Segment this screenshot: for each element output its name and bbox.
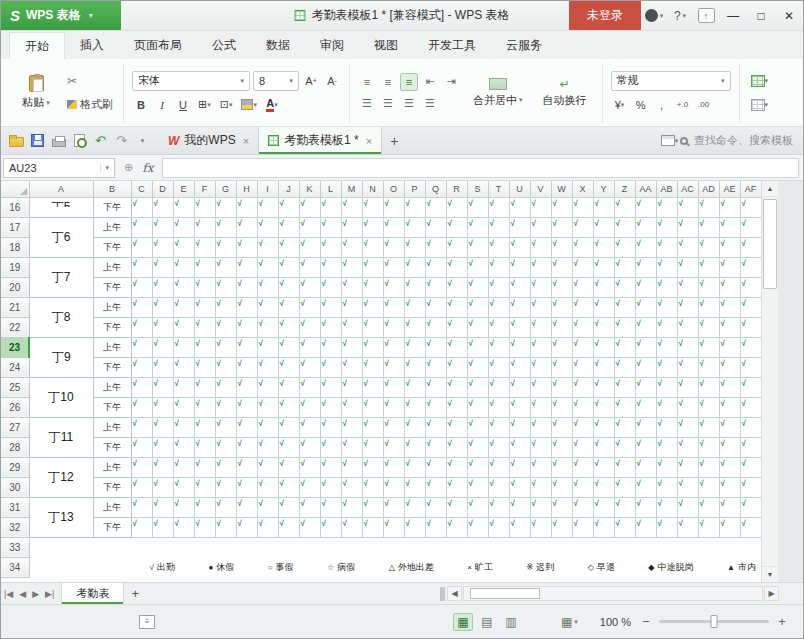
- mark-cell[interactable]: √: [740, 297, 761, 317]
- mark-cell[interactable]: √: [215, 277, 236, 297]
- mark-cell[interactable]: √: [404, 437, 425, 457]
- mark-cell[interactable]: √: [236, 217, 257, 237]
- mark-cell[interactable]: √: [278, 337, 299, 357]
- mark-cell[interactable]: √: [551, 417, 572, 437]
- mark-cell[interactable]: √: [614, 457, 635, 477]
- legend-cell[interactable]: √出勤●休假○事假☆病假△外地出差×旷工※迟到◇早退◆中途脱岗▲市内: [29, 557, 761, 577]
- mark-cell[interactable]: √: [341, 257, 362, 277]
- mark-cell[interactable]: √: [719, 317, 740, 337]
- align-middle-button[interactable]: ≡: [379, 73, 397, 91]
- increase-decimal-button[interactable]: +.0: [674, 95, 692, 115]
- mark-cell[interactable]: √: [341, 397, 362, 417]
- row-header-33[interactable]: 33: [1, 537, 29, 557]
- mark-cell[interactable]: √: [383, 457, 404, 477]
- mark-cell[interactable]: √: [635, 337, 656, 357]
- mark-cell[interactable]: √: [572, 377, 593, 397]
- mark-cell[interactable]: √: [593, 417, 614, 437]
- mark-cell[interactable]: √: [404, 277, 425, 297]
- zoom-in-button[interactable]: +: [775, 614, 789, 629]
- formula-input[interactable]: [162, 158, 799, 178]
- mark-cell[interactable]: √: [320, 497, 341, 517]
- mark-cell[interactable]: √: [740, 357, 761, 377]
- mark-cell[interactable]: √: [383, 257, 404, 277]
- mark-cell[interactable]: √: [572, 457, 593, 477]
- ribbon-tab-公式[interactable]: 公式: [197, 32, 251, 59]
- mark-cell[interactable]: √: [299, 297, 320, 317]
- mark-cell[interactable]: √: [677, 397, 698, 417]
- mark-cell[interactable]: √: [278, 417, 299, 437]
- mark-cell[interactable]: √: [614, 437, 635, 457]
- column-header-E[interactable]: E: [173, 181, 194, 197]
- print-button[interactable]: [48, 130, 69, 152]
- mark-cell[interactable]: √: [215, 397, 236, 417]
- v-scroll-thumb[interactable]: [763, 199, 777, 289]
- mark-cell[interactable]: √: [362, 377, 383, 397]
- align-right-button[interactable]: ☰: [400, 95, 418, 113]
- mark-cell[interactable]: √: [530, 217, 551, 237]
- column-header-L[interactable]: L: [320, 181, 341, 197]
- v-scrollbar[interactable]: ▲ ▼: [761, 181, 778, 582]
- column-header-W[interactable]: W: [551, 181, 572, 197]
- mark-cell[interactable]: √: [215, 417, 236, 437]
- mark-cell[interactable]: √: [152, 457, 173, 477]
- mark-cell[interactable]: √: [551, 517, 572, 537]
- column-header-Y[interactable]: Y: [593, 181, 614, 197]
- decrease-font-button[interactable]: A-: [323, 71, 341, 91]
- mark-cell[interactable]: √: [446, 337, 467, 357]
- close-tab-icon[interactable]: ×: [243, 135, 249, 147]
- redo-button[interactable]: ↷: [111, 130, 132, 152]
- mark-cell[interactable]: √: [383, 217, 404, 237]
- mark-cell[interactable]: √: [530, 417, 551, 437]
- mark-cell[interactable]: √: [131, 357, 152, 377]
- mark-cell[interactable]: √: [656, 297, 677, 317]
- mark-cell[interactable]: √: [320, 417, 341, 437]
- mark-cell[interactable]: √: [446, 437, 467, 457]
- mark-cell[interactable]: √: [383, 297, 404, 317]
- mark-cell[interactable]: √: [740, 277, 761, 297]
- cell-style-button[interactable]: ⊡▾: [217, 95, 236, 115]
- mark-cell[interactable]: √: [131, 497, 152, 517]
- mark-cell[interactable]: √: [677, 277, 698, 297]
- mark-cell[interactable]: √: [362, 497, 383, 517]
- column-header-F[interactable]: F: [194, 181, 215, 197]
- mark-cell[interactable]: √: [299, 517, 320, 537]
- mark-cell[interactable]: √: [341, 337, 362, 357]
- mark-cell[interactable]: √: [509, 397, 530, 417]
- last-sheet-button[interactable]: ▶|: [42, 589, 57, 599]
- mark-cell[interactable]: √: [215, 297, 236, 317]
- row-header-32[interactable]: 32: [1, 517, 29, 537]
- borders-button[interactable]: ⊞▾: [195, 95, 214, 115]
- mark-cell[interactable]: √: [362, 397, 383, 417]
- mark-cell[interactable]: √: [593, 217, 614, 237]
- v-scroll-track[interactable]: [762, 197, 778, 566]
- mark-cell[interactable]: √: [614, 417, 635, 437]
- mark-cell[interactable]: √: [173, 257, 194, 277]
- mark-cell[interactable]: √: [299, 357, 320, 377]
- mark-cell[interactable]: √: [677, 457, 698, 477]
- mark-cell[interactable]: √: [551, 337, 572, 357]
- mark-cell[interactable]: √: [194, 417, 215, 437]
- mark-cell[interactable]: √: [320, 437, 341, 457]
- mark-cell[interactable]: √: [278, 517, 299, 537]
- mark-cell[interactable]: √: [383, 497, 404, 517]
- mark-cell[interactable]: √: [299, 217, 320, 237]
- mark-cell[interactable]: √: [719, 517, 740, 537]
- mark-cell[interactable]: √: [614, 337, 635, 357]
- mark-cell[interactable]: √: [320, 477, 341, 497]
- display-options-button[interactable]: ▦▾: [557, 613, 582, 631]
- ampm-cell[interactable]: 下午: [93, 517, 131, 537]
- ampm-cell[interactable]: 上午: [93, 337, 131, 357]
- mark-cell[interactable]: √: [362, 257, 383, 277]
- row-header-29[interactable]: 29: [1, 457, 29, 477]
- mark-cell[interactable]: √: [173, 437, 194, 457]
- mark-cell[interactable]: √: [488, 397, 509, 417]
- mark-cell[interactable]: √: [152, 517, 173, 537]
- mark-cell[interactable]: √: [173, 477, 194, 497]
- ribbon-tab-插入[interactable]: 插入: [65, 32, 119, 59]
- align-top-button[interactable]: ≡: [358, 73, 376, 91]
- mark-cell[interactable]: √: [173, 217, 194, 237]
- mark-cell[interactable]: √: [698, 437, 719, 457]
- mark-cell[interactable]: √: [299, 197, 320, 217]
- mark-cell[interactable]: √: [278, 437, 299, 457]
- mark-cell[interactable]: √: [236, 477, 257, 497]
